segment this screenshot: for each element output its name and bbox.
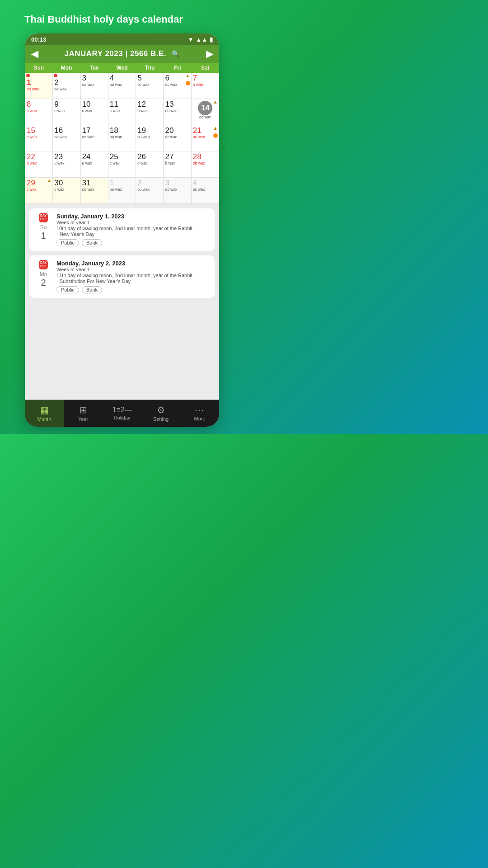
status-icons: ▼ ▲▲ ▮ bbox=[188, 36, 213, 43]
cal-cell-jan25[interactable]: 25 c wax bbox=[108, 151, 136, 178]
event-card-jan1[interactable]: DAYOFF Su 1 Sunday, January 1, 2023 Week… bbox=[29, 208, 215, 251]
tag-public-jan2: Public bbox=[56, 286, 79, 293]
triangle-jan6: ▲ bbox=[185, 73, 190, 78]
status-bar: 00:13 ▼ ▲▲ ▮ bbox=[25, 33, 219, 45]
cal-cell-jan14[interactable]: ▲ 14 oc wan bbox=[192, 99, 219, 125]
nav-holiday[interactable]: 1≡2— Holiday bbox=[103, 400, 141, 427]
triangle-jan21: ▲ bbox=[213, 125, 218, 131]
dot-red-jan1 bbox=[26, 74, 30, 77]
tag-bank-jan2: Bank bbox=[82, 286, 102, 293]
cal-cell-jan17[interactable]: 17 oo wan bbox=[81, 125, 108, 151]
cal-cell-jan15[interactable]: 15 c wan bbox=[25, 125, 53, 151]
event-day-num-jan1: 1 bbox=[41, 231, 46, 241]
status-time: 00:13 bbox=[31, 36, 46, 43]
cal-cell-feb4[interactable]: 4 oc wax bbox=[192, 178, 219, 204]
phone-frame: 00:13 ▼ ▲▲ ▮ ◀ JANUARY 2023 | 2566 B.E. … bbox=[25, 33, 219, 427]
event-day-num-jan2: 2 bbox=[41, 278, 46, 288]
nav-month[interactable]: ▦ Month bbox=[25, 400, 64, 427]
cal-cell-jan18[interactable]: 18 ou wan bbox=[108, 125, 136, 151]
calendar-grid: 1 oo wax 2 oo wax 3 ou wax 4 ou wax 5 bbox=[25, 73, 219, 204]
nav-holiday-label: Holiday bbox=[114, 415, 131, 420]
event-name-jan1: - New Year's Day bbox=[56, 231, 209, 237]
event-details-jan1: Sunday, January 1, 2023 Week of year 1 1… bbox=[56, 213, 209, 246]
nav-year[interactable]: ⊞ Year bbox=[64, 400, 103, 427]
cal-cell-jan30[interactable]: 30 c wax bbox=[53, 178, 80, 204]
cal-cell-jan12[interactable]: 12 b wan bbox=[136, 99, 164, 125]
event-date-title-jan2: Monday, January 2, 2023 bbox=[56, 260, 209, 267]
search-icon[interactable]: 🔍 bbox=[172, 50, 180, 57]
cal-cell-jan3[interactable]: 3 ou wax bbox=[81, 73, 108, 99]
cal-cell-jan6[interactable]: ▲ 6 oc wax bbox=[164, 73, 191, 99]
month-year-title: JANUARY 2023 | 2566 B.E. 🔍 bbox=[64, 49, 179, 58]
triangle-jan14: ▲ bbox=[213, 99, 218, 104]
event-list: DAYOFF Su 1 Sunday, January 1, 2023 Week… bbox=[25, 204, 219, 400]
cal-cell-feb3[interactable]: 3 oo wax bbox=[164, 178, 191, 204]
bottom-nav: ▦ Month ⊞ Year 1≡2— Holiday ⚙ Setting ··… bbox=[25, 400, 219, 427]
next-month-button[interactable]: ▶ bbox=[206, 48, 213, 59]
nav-setting-label: Setting bbox=[153, 416, 169, 422]
cal-cell-jan8[interactable]: 8 u wan bbox=[25, 99, 53, 125]
cal-cell-jan16[interactable]: 16 oo wan bbox=[53, 125, 80, 151]
cal-cell-jan28[interactable]: 28 ob wax bbox=[192, 151, 219, 178]
cal-cell-jan5[interactable]: 5 oc wax bbox=[136, 73, 164, 99]
event-card-jan2[interactable]: DAYOFF Mo 2 Monday, January 2, 2023 Week… bbox=[29, 255, 215, 298]
cal-cell-jan4[interactable]: 4 ou wax bbox=[108, 73, 136, 99]
nav-month-label: Month bbox=[38, 416, 52, 422]
cal-cell-feb1[interactable]: 1 oo wax bbox=[108, 178, 136, 204]
event-name-jan2: - Substitution For New Year's Day bbox=[56, 278, 209, 284]
cal-cell-jan23[interactable]: 23 u wax bbox=[53, 151, 80, 178]
day-header-tue: Tue bbox=[80, 63, 108, 73]
cal-cell-jan9[interactable]: 9 u wan bbox=[53, 99, 80, 125]
event-week-jan1: Week of year 1 bbox=[56, 220, 209, 225]
day-header-mon: Mon bbox=[52, 63, 80, 73]
cal-cell-jan10[interactable]: 10 c wan bbox=[81, 99, 108, 125]
cal-cell-jan11[interactable]: 11 c wan bbox=[108, 99, 136, 125]
cal-cell-jan27[interactable]: 27 b wax bbox=[164, 151, 191, 178]
day-header-sat: Sat bbox=[192, 63, 219, 73]
signal-icon: ▲▲ bbox=[196, 36, 207, 43]
nav-year-label: Year bbox=[78, 416, 88, 422]
nav-more-label: More bbox=[194, 416, 205, 421]
day-headers: Sun Mon Tue Wed Thu Fri Sat bbox=[25, 63, 219, 73]
outer-container: Thai Buddhist holy days calendar 00:13 ▼… bbox=[0, 0, 244, 434]
tag-public-jan1: Public bbox=[56, 239, 79, 246]
nav-setting[interactable]: ⚙ Setting bbox=[141, 400, 180, 427]
day-header-wed: Wed bbox=[108, 63, 136, 73]
cal-cell-jan7[interactable]: 7 o wan bbox=[192, 73, 219, 99]
event-lunar-jan1: 10th day of waxing moon, 2nd lunar month… bbox=[56, 226, 209, 231]
day-off-badge-jan1: DAYOFF bbox=[39, 213, 48, 222]
cal-cell-jan31[interactable]: 31 oo wax bbox=[81, 178, 108, 204]
year-icon: ⊞ bbox=[80, 405, 87, 415]
cal-cell-jan13[interactable]: 13 ob wan bbox=[164, 99, 191, 125]
cal-cell-jan24[interactable]: 24 u wax bbox=[81, 151, 108, 178]
cal-cell-jan1[interactable]: 1 oo wax bbox=[25, 73, 53, 99]
event-left-jan2: DAYOFF Mo 2 bbox=[35, 260, 52, 288]
day-header-fri: Fri bbox=[164, 63, 191, 73]
cal-cell-jan19[interactable]: 19 ou wan bbox=[136, 125, 164, 151]
orange-dot-jan6 bbox=[186, 81, 190, 85]
event-lunar-jan2: 11th day of waxing moon, 2nd lunar month… bbox=[56, 273, 209, 278]
triangle-jan29: ▲ bbox=[47, 178, 52, 183]
cal-cell-jan20[interactable]: 20 oc wan bbox=[164, 125, 191, 151]
event-day-abbr-jan2: Mo bbox=[40, 271, 47, 278]
cal-cell-jan29[interactable]: ▲ 29 c wax bbox=[25, 178, 53, 204]
app-title: Thai Buddhist holy days calendar bbox=[23, 14, 221, 25]
day-header-thu: Thu bbox=[136, 63, 164, 73]
cal-cell-jan22[interactable]: 22 o wax bbox=[25, 151, 53, 178]
day-header-sun: Sun bbox=[25, 63, 52, 73]
event-week-jan2: Week of year 1 bbox=[56, 267, 209, 272]
event-day-abbr-jan1: Su bbox=[40, 224, 47, 231]
calendar-header: ◀ JANUARY 2023 | 2566 B.E. 🔍 ▶ bbox=[25, 45, 219, 63]
tag-bank-jan1: Bank bbox=[82, 239, 102, 246]
event-tags-jan1: Public Bank bbox=[56, 239, 209, 246]
prev-month-button[interactable]: ◀ bbox=[31, 48, 38, 59]
setting-icon: ⚙ bbox=[157, 405, 165, 415]
month-icon: ▦ bbox=[40, 405, 49, 415]
battery-icon: ▮ bbox=[210, 36, 213, 43]
cal-cell-jan26[interactable]: 26 c wax bbox=[136, 151, 164, 178]
event-details-jan2: Monday, January 2, 2023 Week of year 1 1… bbox=[56, 260, 209, 293]
nav-more[interactable]: ··· More bbox=[180, 400, 219, 427]
cal-cell-jan21[interactable]: ▲ 21 oc wan bbox=[192, 125, 219, 151]
cal-cell-jan2[interactable]: 2 oo wax bbox=[53, 73, 80, 99]
cal-cell-feb2[interactable]: 2 ou wax bbox=[136, 178, 164, 204]
